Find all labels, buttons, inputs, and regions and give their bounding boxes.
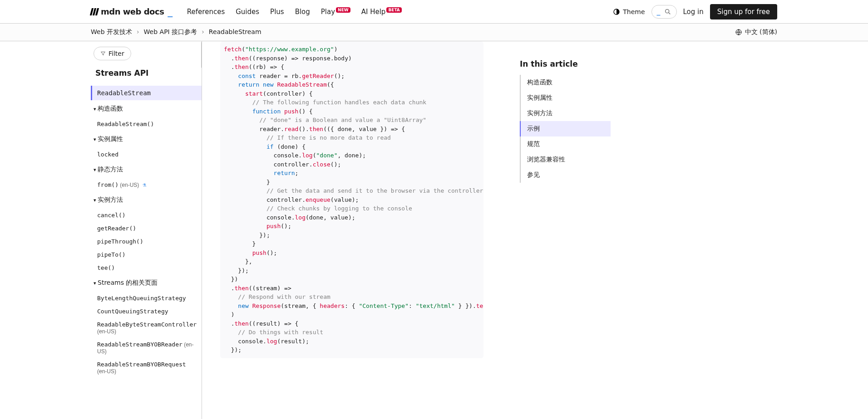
suffix: (en-US)	[97, 328, 116, 335]
theme-button[interactable]: Theme	[613, 8, 645, 15]
sidebar-item[interactable]: getReader()	[91, 222, 202, 235]
toc-title: In this article	[520, 59, 611, 68]
globe-icon	[735, 29, 742, 36]
nav-link-ai-help[interactable]: AI HelpBETA	[361, 8, 402, 16]
theme-label: Theme	[623, 8, 645, 15]
toc-item[interactable]: 构造函数	[521, 75, 611, 90]
mdn-logo[interactable]: mdn web docs _	[91, 6, 173, 17]
filter-button[interactable]: Filter	[94, 47, 131, 60]
sidebar-item[interactable]: CountQueuingStrategy	[91, 305, 202, 318]
logo-underscore-icon: _	[168, 6, 173, 17]
search-icon	[664, 8, 671, 15]
breadcrumb-item[interactable]: ReadableStream	[209, 28, 261, 36]
breadcrumb-item[interactable]: Web 开发技术	[91, 28, 132, 36]
nav-link-blog[interactable]: Blog	[295, 8, 310, 16]
nav-link-plus[interactable]: Plus	[270, 8, 284, 16]
scrollbar-thumb[interactable]	[201, 41, 202, 68]
search-button[interactable]: _	[651, 5, 677, 19]
sidebar-section-header[interactable]: 构造函数	[91, 100, 202, 117]
sidebar-section-header[interactable]: Streams 的相关页面	[91, 274, 202, 292]
suffix: (en-US)	[97, 341, 194, 355]
logo-text: mdn web docs	[101, 7, 164, 16]
sidebar-item[interactable]: pipeThrough()	[91, 235, 202, 248]
toc: In this article 构造函数实例属性实例方法示例规范浏览器兼容性参见	[502, 41, 611, 419]
chevron-right-icon: ›	[137, 28, 139, 36]
sidebar-item[interactable]: locked	[91, 148, 202, 161]
sidebar-item[interactable]: ReadableByteStreamController (en-US)	[91, 318, 202, 338]
logo-bars-icon	[91, 8, 98, 15]
sidebar-item[interactable]: ByteLengthQueuingStrategy	[91, 292, 202, 305]
theme-icon	[613, 8, 620, 15]
toc-item[interactable]: 实例属性	[521, 90, 611, 106]
badge: BETA	[386, 7, 401, 13]
nav-right: Theme _ Log in Sign up for free	[613, 4, 777, 19]
nav-link-play[interactable]: PlayNEW	[321, 8, 350, 16]
filter-icon	[100, 51, 106, 56]
suffix: (en-US)	[118, 182, 139, 188]
toc-item[interactable]: 浏览器兼容性	[521, 152, 611, 167]
sidebar-active-item[interactable]: ReadableStream	[91, 86, 202, 100]
sidebar-item[interactable]: cancel()	[91, 209, 202, 222]
sidebar-item[interactable]: pipeTo()	[91, 248, 202, 261]
toc-item[interactable]: 规范	[521, 136, 611, 152]
sidebar-item[interactable]: tee()	[91, 261, 202, 274]
nav-link-guides[interactable]: Guides	[236, 8, 259, 16]
toc-item[interactable]: 实例方法	[521, 106, 611, 121]
sidebar-item[interactable]: from() (en-US) ⚗	[91, 178, 202, 191]
svg-point-1	[665, 9, 669, 13]
code-block: fetch("https://www.example.org") .then((…	[220, 41, 483, 358]
login-link[interactable]: Log in	[683, 8, 704, 16]
toc-list: 构造函数实例属性实例方法示例规范浏览器兼容性参见	[520, 75, 611, 183]
main: Filter Streams API ReadableStream 构造函数Re…	[0, 41, 868, 419]
language-selector[interactable]: 中文 (简体)	[735, 28, 777, 36]
sidebar-sections: 构造函数ReadableStream()实例属性locked静态方法from()…	[91, 100, 202, 378]
breadcrumb-item[interactable]: Web API 接口参考	[144, 28, 197, 36]
chevron-right-icon: ›	[202, 28, 204, 36]
flask-icon: ⚗	[139, 181, 146, 188]
toc-item[interactable]: 参见	[521, 167, 611, 183]
filter-label: Filter	[108, 50, 124, 57]
sidebar-item[interactable]: ReadableStream()	[91, 117, 202, 131]
signup-button[interactable]: Sign up for free	[710, 4, 777, 19]
badge: NEW	[336, 7, 350, 13]
suffix: (en-US)	[97, 368, 116, 375]
toc-item[interactable]: 示例	[520, 121, 611, 136]
sidebar-item[interactable]: ReadableStreamBYOBReader (en-US)	[91, 338, 202, 358]
breadcrumbs: Web 开发技术›Web API 接口参考›ReadableStream	[91, 28, 261, 36]
sidebar-title: Streams API	[91, 60, 202, 86]
sidebar-section-header[interactable]: 实例方法	[91, 191, 202, 209]
svg-line-2	[669, 13, 670, 14]
content: fetch("https://www.example.org") .then((…	[202, 41, 502, 419]
nav-links: ReferencesGuidesPlusBlogPlayNEWAI HelpBE…	[187, 8, 402, 16]
language-label: 中文 (简体)	[745, 28, 777, 36]
sidebar-section-header[interactable]: 实例属性	[91, 131, 202, 148]
sidebar-section-header[interactable]: 静态方法	[91, 161, 202, 178]
top-nav: mdn web docs _ ReferencesGuidesPlusBlogP…	[0, 0, 868, 24]
sidebar-item[interactable]: ReadableStreamBYOBRequest (en-US)	[91, 358, 202, 378]
breadcrumb-bar: Web 开发技术›Web API 接口参考›ReadableStream 中文 …	[0, 24, 868, 41]
nav-link-references[interactable]: References	[187, 8, 225, 16]
sidebar: Filter Streams API ReadableStream 构造函数Re…	[91, 41, 202, 419]
search-underscore-icon: _	[657, 7, 661, 16]
